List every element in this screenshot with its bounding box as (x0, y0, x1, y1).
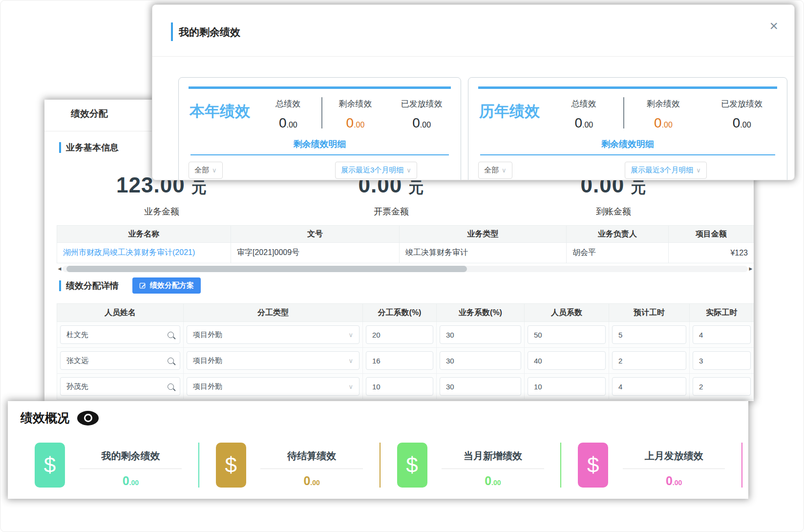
search-icon[interactable] (168, 358, 174, 364)
value-dec: .00 (740, 121, 751, 129)
column-header: 分工系数(%) (363, 304, 437, 322)
business-coefficient-input[interactable]: 30 (440, 351, 521, 370)
person-coefficient-input[interactable]: 50 (528, 325, 606, 344)
stat-value: 0.00 (608, 474, 740, 488)
division-coefficient-input[interactable]: 10 (366, 377, 433, 396)
stat-label: 剩余绩效 (624, 98, 703, 109)
value-dec: .00 (420, 121, 431, 129)
person-name-input[interactable]: 孙茂先 (60, 377, 180, 396)
stat-card-last-month-issued: $ 上月发放绩效 0.00 (578, 443, 740, 488)
project-amount-cell: ¥123 (669, 243, 754, 263)
business-name-link[interactable]: 湖州市财政局竣工决算财务审计(2021) (63, 248, 195, 256)
value-int: 0 (666, 474, 673, 488)
amount-unit: 元 (631, 179, 646, 196)
amount-unit: 元 (408, 179, 424, 196)
filter-range-dropdown[interactable]: 展示最近3个月明细∨ (335, 162, 417, 179)
value-int: 0 (485, 474, 491, 488)
input-value: 杜文先 (66, 330, 88, 340)
person-coefficient-input[interactable]: 10 (528, 377, 606, 396)
leader-cell: 胡会平 (567, 243, 669, 263)
section-basic-info: 业务基本信息 (59, 142, 119, 153)
remaining-detail-tab[interactable]: 剩余绩效明细 (179, 138, 461, 150)
input-value: 30 (446, 383, 454, 391)
actual-hours-input[interactable]: 2 (693, 377, 751, 396)
stat-value: 0.00 (702, 115, 781, 131)
division-type-select[interactable]: 项目外勤∨ (187, 377, 360, 396)
planned-hours-input[interactable]: 2 (612, 351, 686, 370)
card-title: 历年绩效 (479, 101, 540, 122)
table-header-row: 人员姓名 分工类型 分工系数(%) 业务系数(%) 人员系数 预计工时 实际工时 (57, 304, 754, 322)
value-dec: .00 (287, 121, 297, 129)
button-label: 绩效分配方案 (150, 281, 194, 290)
scrollbar-track[interactable] (63, 266, 748, 272)
stat-remaining: 剩余绩效 0.00 (624, 94, 703, 131)
business-coefficient-input[interactable]: 30 (440, 377, 521, 396)
chevron-down-icon: ∨ (406, 167, 411, 174)
filter-all-dropdown[interactable]: 全部∨ (189, 162, 223, 179)
person-name-input[interactable]: 杜文先 (60, 325, 180, 344)
separator (560, 443, 561, 488)
stat-text: 我的剩余绩效 0.00 (65, 443, 196, 488)
stat-issued: 已发放绩效 0.00 (702, 94, 781, 131)
division-coefficient-input[interactable]: 16 (366, 351, 433, 370)
column-header: 业务系数(%) (437, 304, 525, 322)
separator (741, 443, 742, 488)
search-icon[interactable] (168, 383, 174, 390)
eye-ring (84, 414, 92, 422)
card-title: 本年绩效 (190, 101, 250, 122)
section-accent-bar (59, 280, 61, 291)
select-value: 项目外勤 (193, 382, 222, 391)
overview-cards: $ 我的剩余绩效 0.00 $ 待结算绩效 0.00 $ (35, 443, 742, 488)
chevron-down-icon: ∨ (502, 167, 507, 174)
planned-hours-input[interactable]: 4 (612, 377, 686, 396)
card-top-accent (189, 86, 451, 89)
separator (380, 443, 381, 488)
input-value: 40 (534, 357, 542, 365)
horizontal-scrollbar[interactable]: ◀ ▶ (57, 265, 754, 273)
scrollbar-thumb[interactable] (66, 266, 467, 272)
dropdown-value: 展示最近3个月明细 (631, 166, 693, 175)
value-dec: .00 (129, 479, 139, 487)
value-dec: .00 (491, 479, 501, 487)
stat-card-month-new: $ 当月新增绩效 0.00 (397, 443, 559, 488)
stat-card-my-remaining: $ 我的剩余绩效 0.00 (35, 443, 196, 488)
scroll-left-icon[interactable]: ◀ (57, 266, 63, 271)
table-header-row: 业务名称 文号 业务类型 业务负责人 项目金额 (57, 226, 754, 243)
actual-hours-input[interactable]: 4 (693, 325, 751, 344)
value-int: 0 (279, 115, 287, 130)
input-value: 孙茂先 (66, 382, 88, 391)
value-int: 0 (303, 474, 310, 488)
remaining-detail-tab[interactable]: 剩余绩效明细 (468, 138, 787, 150)
person-name-input[interactable]: 张文远 (60, 351, 180, 370)
division-coefficient-input[interactable]: 20 (366, 325, 433, 344)
close-icon[interactable]: × (769, 19, 778, 33)
division-type-select[interactable]: 项目外勤∨ (187, 325, 360, 344)
eye-icon[interactable] (77, 411, 99, 426)
planned-hours-input[interactable]: 5 (612, 325, 686, 344)
business-coefficient-input[interactable]: 30 (440, 325, 521, 344)
performance-overview-panel: 绩效概况 $ 我的剩余绩效 0.00 $ 待结算绩效 0.00 (8, 401, 748, 499)
division-type-select[interactable]: 项目外勤∨ (187, 351, 360, 370)
scroll-right-icon[interactable]: ▶ (748, 266, 754, 271)
divider (442, 468, 544, 469)
section-allocation-detail: 绩效分配详情 绩效分配方案 (59, 277, 201, 294)
actual-hours-input[interactable]: 3 (693, 351, 751, 370)
search-icon[interactable] (168, 332, 174, 338)
overview-title: 绩效概况 (21, 410, 69, 426)
amount-label: 开票金额 (289, 206, 494, 217)
stat-text: 当月新增绩效 0.00 (427, 443, 559, 488)
allocation-plan-button[interactable]: 绩效分配方案 (132, 277, 201, 294)
person-coefficient-input[interactable]: 40 (528, 351, 606, 370)
divider (152, 56, 794, 57)
filter-range-dropdown[interactable]: 展示最近3个月明细∨ (625, 162, 707, 179)
section-title: 业务基本信息 (66, 142, 119, 153)
stats: 总绩效 0.00 剩余绩效 0.00 已发放绩效 0.00 (255, 94, 455, 131)
stat-label: 总绩效 (545, 98, 623, 109)
tab-underline (480, 154, 775, 155)
business-name-cell: 湖州市财政局竣工决算财务审计(2021) (57, 243, 231, 263)
value-dec: .00 (310, 479, 319, 487)
stat-label: 上月发放绩效 (608, 449, 740, 463)
stat-text: 待结算绩效 0.00 (246, 443, 378, 488)
amount-label: 业务金额 (59, 206, 264, 217)
filter-all-dropdown[interactable]: 全部∨ (478, 162, 512, 179)
